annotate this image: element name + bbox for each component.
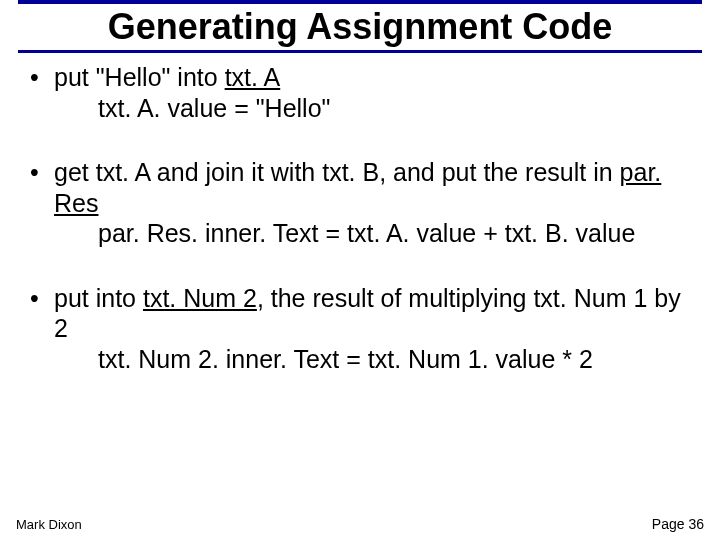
bullet-underlined: txt. A: [225, 63, 281, 91]
slide: Generating Assignment Code • put "Hello"…: [0, 0, 720, 540]
slide-title: Generating Assignment Code: [0, 6, 720, 48]
bullet-content: get txt. A and join it with txt. B, and …: [54, 157, 696, 249]
bullet-code: txt. Num 2. inner. Text = txt. Num 1. va…: [98, 344, 696, 375]
footer-page: Page 36: [652, 516, 704, 532]
title-underline: [18, 50, 702, 53]
bullet-dot: •: [30, 283, 54, 375]
bullet-text: put into: [54, 284, 143, 312]
bullet-text: put "Hello" into: [54, 63, 225, 91]
top-rule: [18, 0, 702, 4]
bullet-content: put "Hello" into txt. A txt. A. value = …: [54, 62, 696, 123]
bullet-item: • put into txt. Num 2, the result of mul…: [30, 283, 696, 375]
bullet-dot: •: [30, 62, 54, 123]
footer-author: Mark Dixon: [16, 517, 82, 532]
bullet-code: par. Res. inner. Text = txt. A. value + …: [98, 218, 696, 249]
bullet-dot: •: [30, 157, 54, 249]
slide-body: • put "Hello" into txt. A txt. A. value …: [30, 62, 696, 408]
bullet-underlined: txt. Num 2: [143, 284, 257, 312]
bullet-item: • get txt. A and join it with txt. B, an…: [30, 157, 696, 249]
bullet-content: put into txt. Num 2, the result of multi…: [54, 283, 696, 375]
bullet-text: get txt. A and join it with txt. B, and …: [54, 158, 620, 186]
bullet-code: txt. A. value = "Hello": [98, 93, 696, 124]
bullet-item: • put "Hello" into txt. A txt. A. value …: [30, 62, 696, 123]
